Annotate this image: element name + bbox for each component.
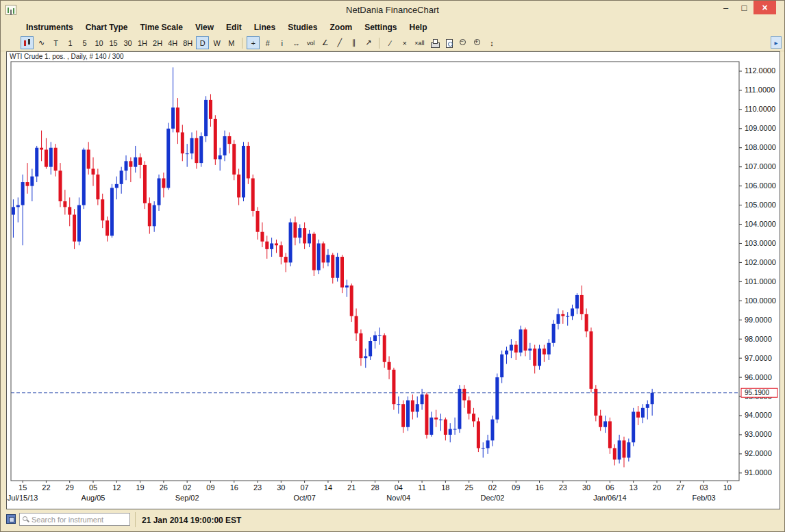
candle (158, 178, 161, 205)
menu-zoom[interactable]: Zoom (323, 21, 358, 34)
price-axis[interactable]: 112.0000111.0000110.0000109.0000108.0000… (739, 66, 776, 477)
timescale-daily-button[interactable]: D (196, 36, 209, 49)
crosshair-button[interactable]: + (247, 36, 260, 49)
menu-view[interactable]: View (189, 21, 220, 34)
candle (472, 414, 475, 421)
time-axis[interactable]: 1522290512192602091623300714212804111825… (8, 481, 732, 502)
menu-lines[interactable]: Lines (248, 21, 282, 34)
statusbar-timestamp: 21 Jan 2014 19:00:00 EST (142, 516, 241, 525)
remove-line-button[interactable]: ∕ (384, 36, 397, 49)
candle (45, 150, 48, 167)
candle (467, 401, 471, 414)
candle (514, 345, 518, 353)
title-bar: NetDania FinanceChart –□× (1, 1, 784, 20)
timescale-1hour-button[interactable]: 1H (136, 36, 149, 49)
candle (458, 389, 461, 429)
menu-help[interactable]: Help (403, 21, 433, 34)
volume-button[interactable]: vol (304, 36, 317, 49)
trendline-angle-button[interactable]: ∠ (319, 36, 332, 49)
timescale-30min-button[interactable]: 30 (121, 36, 134, 49)
toolbar-separator (379, 38, 379, 49)
chart-style-line-button[interactable]: ∿ (35, 36, 48, 49)
timescale-5min-button[interactable]: 5 (78, 36, 91, 49)
toolbar-overflow-button[interactable]: ▸ (771, 36, 782, 49)
delete-selected-button[interactable]: × (398, 36, 411, 49)
svg-text:12: 12 (112, 483, 121, 492)
timescale-8hour-button[interactable]: 8H (181, 36, 195, 49)
vertical-scale-button[interactable]: ↕ (486, 36, 499, 49)
candle (265, 242, 269, 249)
maximize-button[interactable]: □ (735, 1, 753, 14)
candle (608, 421, 612, 448)
timescale-monthly-button[interactable]: M (225, 36, 238, 49)
zoom-in-button[interactable] (471, 36, 484, 49)
candle (110, 188, 114, 236)
search-input[interactable] (30, 516, 129, 524)
candle (416, 404, 419, 411)
search-icon (22, 516, 30, 524)
candle (453, 429, 457, 430)
timescale-4hour-button[interactable]: 4H (166, 36, 179, 49)
candle (566, 316, 569, 317)
svg-text:Nov/04: Nov/04 (386, 494, 410, 502)
svg-text:112.0000: 112.0000 (745, 66, 775, 75)
candle (251, 178, 255, 211)
zoom-out-button[interactable] (457, 36, 470, 49)
timescale-15min-button[interactable]: 15 (107, 36, 120, 49)
candle (270, 243, 273, 249)
candle (556, 314, 560, 324)
arrow-line-button[interactable]: ↗ (362, 36, 375, 49)
timescale-tick-button[interactable]: T (49, 36, 62, 49)
svg-text:23: 23 (559, 483, 567, 492)
minimize-button[interactable]: – (717, 1, 735, 14)
candle (331, 255, 334, 278)
delete-all-button[interactable]: ×all (412, 36, 426, 49)
instrument-search-box[interactable] (19, 513, 130, 526)
candle (561, 314, 564, 316)
price-chart[interactable]: 112.0000111.0000110.0000109.0000108.0000… (7, 52, 780, 509)
candle (166, 129, 170, 188)
print-preview-button[interactable] (443, 36, 456, 49)
horizontal-expand-button[interactable]: ↔ (290, 36, 303, 49)
parallel-lines-button[interactable]: ∥ (347, 36, 360, 49)
grid-button[interactable]: # (261, 36, 274, 49)
candle (575, 295, 579, 309)
menu-chart-type[interactable]: Chart Type (79, 21, 134, 34)
candle (359, 333, 362, 358)
menu-instruments[interactable]: Instruments (20, 21, 79, 34)
menu-settings[interactable]: Settings (358, 21, 403, 34)
candle (462, 389, 466, 401)
trendline-button[interactable]: ╱ (333, 36, 346, 49)
menu-time-scale[interactable]: Time Scale (134, 21, 188, 34)
menu-studies[interactable]: Studies (282, 21, 323, 34)
candle (495, 377, 499, 419)
svg-text:Feb/03: Feb/03 (692, 494, 715, 502)
chart-style-candlestick-button[interactable] (21, 36, 34, 49)
candle (242, 146, 245, 197)
timescale-10min-button[interactable]: 10 (92, 36, 105, 49)
close-button[interactable]: × (753, 1, 776, 14)
workspace-icon-button[interactable] (6, 514, 16, 524)
timescale-2hour-button[interactable]: 2H (151, 36, 164, 49)
timescale-1min-button[interactable]: 1 (64, 36, 77, 49)
print-button[interactable] (428, 36, 441, 49)
candle (388, 362, 391, 370)
candle (510, 345, 513, 351)
svg-text:99.0000: 99.0000 (745, 316, 772, 324)
candle (406, 401, 410, 427)
svg-text:109.0000: 109.0000 (745, 124, 776, 132)
candle (317, 243, 321, 270)
candle (92, 168, 95, 174)
candle (585, 314, 588, 331)
candle (293, 223, 297, 238)
menu-edit[interactable]: Edit (220, 21, 248, 34)
candle (651, 393, 654, 404)
statusbar-separator (135, 512, 136, 527)
info-button[interactable]: i (275, 36, 288, 49)
svg-text:18: 18 (441, 483, 449, 492)
candle (68, 207, 71, 214)
svg-text:28: 28 (371, 483, 379, 492)
timescale-weekly-button[interactable]: W (210, 36, 223, 49)
candle (162, 178, 165, 188)
candle (289, 223, 292, 263)
